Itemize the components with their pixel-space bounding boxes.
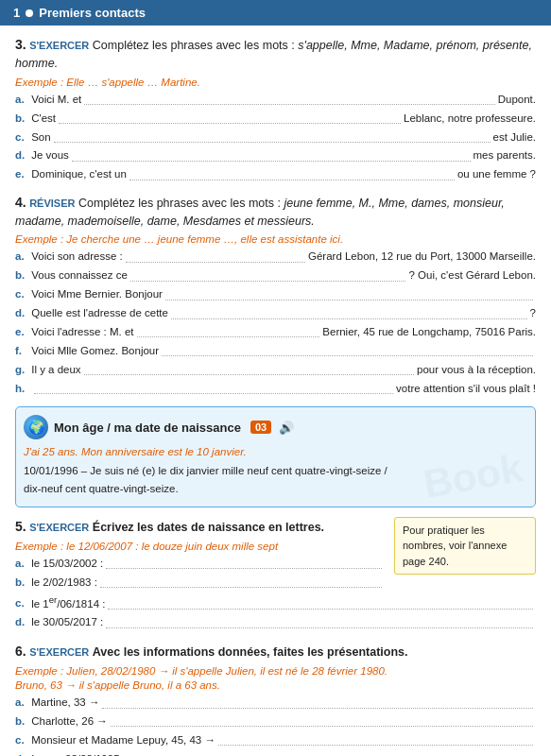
section-3-num: 3.: [15, 37, 26, 52]
section-5: Pour pratiquer les nombres, voir l'annex…: [15, 517, 536, 632]
section-6-num: 6.: [15, 644, 26, 659]
section-4-line-c: c. Voici Mme Bernier. Bonjour: [15, 285, 536, 302]
page-header: 1 Premiers contacts: [0, 0, 551, 26]
section-5-instruction: Écrivez les dates de naissance en lettre…: [93, 521, 324, 534]
section-4-example: Exemple : Je cherche une … jeune femme ……: [15, 233, 536, 245]
section-4-title: 4. RÉVISER Complétez les phrases avec le…: [15, 193, 536, 231]
audio-badge[interactable]: 03: [250, 421, 271, 434]
section-5-tag: S'EXERCER: [29, 522, 89, 533]
section-4-line-g: g. Il y a deux pour vous à la réception.: [15, 361, 536, 378]
section-3-line-c: c. Son est Julie.: [15, 129, 536, 146]
section-3-line-b: b. C'est Leblanc, notre professeure.: [15, 110, 536, 127]
section-6-line-c: c. Monsieur et Madame Lepuy, 45, 43 →: [15, 731, 536, 748]
section-5-line-b: b. le 2/02/1983 :: [15, 574, 385, 591]
section-4-num: 4.: [15, 195, 26, 210]
section-4-line-e: e. Voici l'adresse : M. et Bernier, 45 r…: [15, 323, 536, 340]
age-title: Mon âge / ma date de naissance: [54, 421, 241, 435]
section-4: 4. RÉVISER Complétez les phrases avec le…: [15, 193, 536, 397]
section-4-line-d: d. Quelle est l'adresse de cette ?: [15, 304, 536, 321]
section-5-line-d: d. le 30/05/2017 :: [15, 613, 536, 630]
section-4-line-h: h. votre attention s'il vous plaît !: [15, 380, 536, 397]
note-text: Pour pratiquer les nombres, voir l'annex…: [403, 524, 507, 567]
section-3-line-a: a. Voici M. et Dupont.: [15, 91, 536, 108]
note-box: Pour pratiquer les nombres, voir l'annex…: [394, 517, 536, 576]
section-4-line-f: f. Voici Mlle Gomez. Bonjour: [15, 342, 536, 359]
globe-icon: 🌍: [24, 415, 48, 439]
section-6: 6. S'EXERCER Avec les informations donné…: [15, 642, 536, 756]
section-6-line-b: b. Charlotte, 26 →: [15, 713, 536, 730]
age-content: J'ai 25 ans. Mon anniversaire est le 10 …: [24, 443, 524, 499]
header-number: 1: [13, 6, 20, 20]
section-3: 3. S'EXERCER Complétez les phrases avec …: [15, 35, 536, 183]
section-4-tag: RÉVISER: [29, 198, 75, 209]
section-6-title: 6. S'EXERCER Avec les informations donné…: [15, 642, 536, 662]
age-line3: dix-neuf cent quatre-vingt-seize.: [24, 483, 179, 494]
section-6-instruction: Avec les informations données, faites le…: [93, 645, 408, 659]
section-4-line-b: b. Vous connaissez ce ? Oui, c'est Gérar…: [15, 266, 536, 284]
section-3-tag: S'EXERCER: [29, 40, 89, 51]
age-section: 🌍 Mon âge / ma date de naissance 03 🔊 J'…: [15, 406, 536, 507]
section-5-line-c: c. le 1er/06/1814 :: [15, 593, 536, 612]
main-content: 3. S'EXERCER Complétez les phrases avec …: [0, 26, 551, 756]
header-title: Premiers contacts: [39, 6, 146, 20]
header-dot: [26, 9, 33, 17]
age-box-header: 🌍 Mon âge / ma date de naissance 03 🔊: [24, 415, 524, 439]
section-6-line-d: d. Laure, 08/08/1995 →: [15, 750, 536, 756]
section-5-num: 5.: [15, 519, 26, 534]
section-4-instruction: Complétez les phrases avec les mots :: [78, 197, 284, 210]
section-6-line-a: a. Martine, 33 →: [15, 694, 536, 711]
section-3-line-d: d. Je vous mes parents.: [15, 146, 536, 163]
section-3-title: 3. S'EXERCER Complétez les phrases avec …: [15, 35, 536, 73]
section-4-line-a: a. Voici son adresse : Gérard Lebon, 12 …: [15, 248, 536, 265]
section-6-tag: S'EXERCER: [29, 646, 89, 658]
section-5-line-a: a. le 15/03/2002 :: [15, 555, 385, 572]
section-3-example: Exemple : Elle … s'appelle … Martine.: [15, 77, 536, 88]
audio-icon: 🔊: [279, 421, 294, 435]
age-line1: J'ai 25 ans. Mon anniversaire est le 10 …: [24, 446, 247, 457]
age-line2: 10/01/1996 – Je suis né (e) le dix janvi…: [24, 465, 387, 476]
section-6-example1: Exemple : Julien, 28/02/1980 → il s'appe…: [15, 665, 536, 677]
section-6-example2: Bruno, 63 → il s'appelle Bruno, il a 63 …: [15, 679, 536, 691]
section-3-line-e: e. Dominique, c'est un ou une femme ?: [15, 165, 536, 182]
section-3-instruction: Complétez les phrases avec les mots :: [93, 39, 298, 52]
